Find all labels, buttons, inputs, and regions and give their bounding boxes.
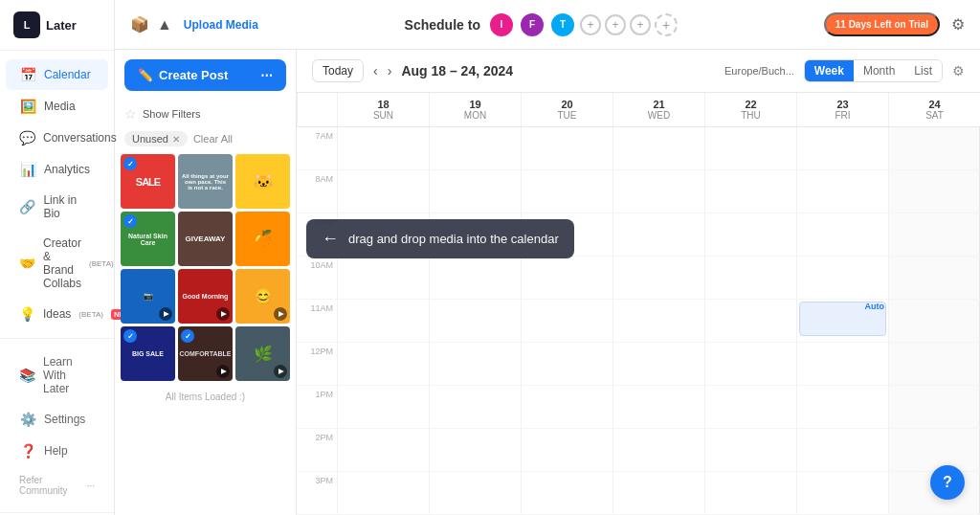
cell-2pm-3[interactable]: [612, 429, 704, 471]
cell-12pm-5[interactable]: [796, 343, 888, 385]
cell-10am-2[interactable]: [521, 257, 612, 299]
media-item-7[interactable]: ▶ 📷: [121, 269, 175, 324]
media-item-12[interactable]: ▶ 🌿: [235, 326, 290, 381]
prev-week-button[interactable]: ‹: [373, 63, 378, 78]
media-item-1[interactable]: ✓ SALE: [121, 154, 175, 209]
cell-10am-1[interactable]: [429, 257, 521, 299]
profile-avatar-1[interactable]: I: [488, 11, 515, 38]
sidebar-item-creator-brand[interactable]: 🤝 Creator & Brand Collabs (BETA) ›: [6, 229, 108, 298]
cell-7am-2[interactable]: [521, 127, 612, 169]
star-icon[interactable]: ☆: [124, 106, 137, 122]
cell-2pm-6[interactable]: [888, 429, 980, 471]
media-item-2[interactable]: All things at your own pace. This is not…: [178, 154, 233, 209]
help-fab-button[interactable]: ?: [930, 465, 965, 500]
cell-1pm-3[interactable]: [612, 386, 704, 428]
add-profile-1[interactable]: +: [580, 14, 601, 35]
sidebar-item-refer[interactable]: Refer Community ···: [6, 467, 108, 504]
cell-11am-3[interactable]: [612, 300, 704, 342]
cell-3pm-2[interactable]: [521, 472, 612, 514]
cell-8am-5[interactable]: [796, 170, 888, 213]
cell-8am-1[interactable]: [429, 170, 521, 213]
dropbox-icon[interactable]: 📦: [130, 15, 149, 34]
cell-10am-6[interactable]: [888, 257, 980, 299]
clear-all-button[interactable]: Clear All: [193, 133, 233, 145]
sidebar-item-learn[interactable]: 📚 Learn With Later: [6, 347, 108, 403]
cell-8am-0[interactable]: [337, 170, 429, 213]
media-item-10[interactable]: ✓ BIG SALE: [121, 326, 175, 381]
tab-list[interactable]: List: [904, 60, 942, 81]
trial-badge[interactable]: 11 Days Left on Trial: [824, 12, 940, 36]
remove-filter-icon[interactable]: ✕: [172, 134, 180, 145]
cell-10am-5[interactable]: [796, 257, 888, 299]
cell-7am-3[interactable]: [612, 127, 704, 169]
cell-3pm-5[interactable]: [796, 472, 888, 514]
cell-12pm-0[interactable]: [337, 343, 429, 385]
media-item-6[interactable]: 🍊: [235, 212, 290, 266]
cell-10am-3[interactable]: [612, 257, 704, 299]
media-item-8[interactable]: Good Morning ▶: [178, 269, 233, 324]
cell-7am-4[interactable]: [704, 127, 796, 169]
cell-12pm-4[interactable]: [704, 343, 796, 385]
cell-9am-0[interactable]: [337, 213, 429, 256]
profile-avatar-2[interactable]: F: [519, 11, 546, 38]
cell-9am-1[interactable]: [429, 213, 521, 256]
timezone-button[interactable]: Europe/Buch...: [724, 65, 794, 77]
media-item-11[interactable]: ▶ ✓ COMFORTABLE: [178, 326, 233, 381]
sidebar-item-analytics[interactable]: 📊 Analytics: [6, 154, 108, 185]
cell-11am-6[interactable]: [888, 300, 980, 342]
sidebar-item-calendar[interactable]: 📅 Calendar: [6, 59, 108, 90]
sidebar-item-ideas[interactable]: 💡 Ideas (BETA) NEW: [6, 299, 108, 329]
cell-1pm-4[interactable]: [704, 386, 796, 428]
cell-2pm-1[interactable]: [429, 429, 521, 471]
cell-11am-0[interactable]: [337, 300, 429, 342]
google-drive-icon[interactable]: ▲: [157, 16, 172, 34]
tab-month[interactable]: Month: [854, 60, 904, 81]
cell-9am-4[interactable]: [704, 213, 796, 256]
cell-12pm-1[interactable]: [429, 343, 521, 385]
sidebar-item-media[interactable]: 🖼️ Media: [6, 91, 108, 122]
cell-8am-3[interactable]: [612, 170, 704, 213]
today-button[interactable]: Today: [312, 59, 364, 82]
cell-12pm-3[interactable]: [612, 343, 704, 385]
cell-1pm-1[interactable]: [429, 386, 521, 428]
cell-8am-2[interactable]: [521, 170, 612, 213]
cell-9am-5[interactable]: [796, 213, 888, 256]
cell-7am-0[interactable]: [337, 127, 429, 169]
cell-7am-6[interactable]: [888, 127, 980, 169]
sidebar-item-conversations[interactable]: 💬 Conversations: [6, 123, 108, 153]
cell-9am-6[interactable]: [888, 213, 980, 256]
cell-1pm-2[interactable]: [521, 386, 612, 428]
cell-2pm-4[interactable]: [704, 429, 796, 471]
cell-11am-1[interactable]: [429, 300, 521, 342]
calendar-settings-icon[interactable]: ⚙: [952, 63, 965, 78]
cell-7am-5[interactable]: [796, 127, 888, 169]
media-item-3[interactable]: 🐱: [235, 154, 290, 209]
cell-12pm-6[interactable]: [888, 343, 980, 385]
cell-2pm-0[interactable]: [337, 429, 429, 471]
unused-filter-tag[interactable]: Unused ✕: [124, 131, 188, 146]
topbar-settings-icon[interactable]: ⚙: [951, 15, 965, 34]
media-item-4[interactable]: ✓ Natural Skin Care: [121, 212, 175, 266]
cell-9am-2[interactable]: [521, 213, 612, 256]
cell-8am-4[interactable]: [704, 170, 796, 213]
cell-9am-3[interactable]: [612, 213, 704, 256]
profile-avatar-3[interactable]: T: [549, 11, 576, 38]
tab-week[interactable]: Week: [805, 60, 854, 81]
create-post-button[interactable]: ✏️ Create Post ⋯: [124, 59, 286, 91]
cell-2pm-5[interactable]: [796, 429, 888, 471]
cell-8am-6[interactable]: [888, 170, 980, 213]
add-profile-2[interactable]: +: [605, 14, 626, 35]
add-profile-button[interactable]: +: [655, 13, 678, 36]
cell-11am-4[interactable]: [704, 300, 796, 342]
cell-1pm-0[interactable]: [337, 386, 429, 428]
cell-7am-1[interactable]: [429, 127, 521, 169]
cell-3pm-1[interactable]: [429, 472, 521, 514]
add-profile-3[interactable]: +: [630, 14, 651, 35]
upload-media-button[interactable]: Upload Media: [184, 18, 258, 32]
cell-2pm-2[interactable]: [521, 429, 612, 471]
sidebar-item-link-in-bio[interactable]: 🔗 Link in Bio: [6, 186, 108, 228]
cell-3pm-4[interactable]: [704, 472, 796, 514]
sidebar-item-help[interactable]: ❓ Help: [6, 436, 108, 466]
cell-3pm-3[interactable]: [612, 472, 704, 514]
cell-10am-0[interactable]: [337, 257, 429, 299]
